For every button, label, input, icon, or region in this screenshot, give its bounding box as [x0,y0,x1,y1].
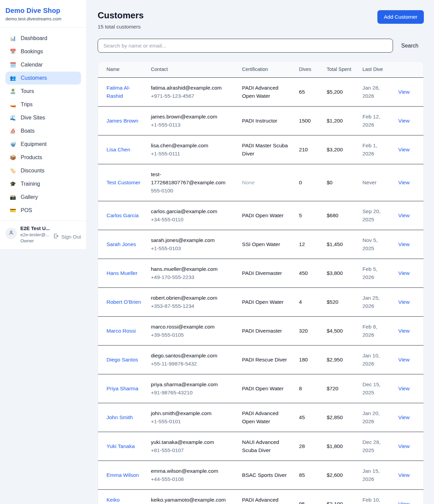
cell-action: View [394,288,423,317]
view-link[interactable]: View [398,386,410,391]
cell-total-spent: $1,800 [322,432,358,461]
customer-phone: +1-555-0101 [151,417,234,426]
customer-certification: PADI Open Water [242,385,291,393]
sidebar-item-label: Gallery [21,194,38,200]
customer-name-link[interactable]: Priya Sharma [106,386,138,391]
cell-certification: None [238,164,295,201]
view-link[interactable]: View [398,501,410,504]
customer-name-link[interactable]: James Brown [106,118,138,124]
cell-certification: PADI Divemaster [238,259,295,288]
view-link[interactable]: View [398,299,410,305]
cell-contact: james.brown@example.com+1-555-0113 [147,107,238,135]
view-link[interactable]: View [398,241,410,247]
view-link[interactable]: View [398,180,410,185]
cell-contact: marco.rossi@example.com+39-555-0105 [147,317,238,346]
customer-name-link[interactable]: Marco Rossi [106,328,136,334]
sidebar-item-calendar[interactable]: 🗓️Calendar [5,58,81,71]
cell-total-spent: $1,450 [322,230,358,259]
view-link[interactable]: View [398,89,410,95]
sidebar-item-training[interactable]: 🎓Training [5,178,81,190]
table-row: Yuki Tanakayuki.tanaka@example.com+81-55… [98,432,423,461]
view-link[interactable]: View [398,328,410,334]
cell-certification: PADI Instructor [238,107,295,135]
customer-count: 15 total customers [98,24,144,30]
cell-action: View [394,490,423,504]
cell-total-spent: $2,850 [322,403,358,432]
cell-name: Diego Santos [98,346,147,374]
cell-name: Fatima Al-Rashid [98,78,147,107]
customer-email: james.brown@example.com [151,113,234,121]
sidebar-item-dive-sites[interactable]: 🌊Dive Sites [5,111,81,124]
customer-certification: PADI Advanced Open Water [242,409,291,426]
table-header: NameContactCertificationDivesTotal Spent… [98,61,423,78]
customer-name-link[interactable]: Lisa Chen [106,147,130,152]
cell-action: View [394,403,423,432]
view-link[interactable]: View [398,212,410,218]
customer-name-link[interactable]: Hans Mueller [106,270,137,276]
sidebar-item-boats[interactable]: ⛵Boats [5,125,81,137]
customer-phone: +81-555-0107 [151,446,234,454]
customer-name-link[interactable]: Carlos Garcia [106,212,139,218]
customer-name-link[interactable]: Keiko Yamamoto [106,497,132,504]
customer-name-link[interactable]: Emma Wilson [106,472,139,478]
customer-name-link[interactable]: Fatima Al-Rashid [106,85,130,99]
sidebar-item-tours[interactable]: 🏝️Tours [5,85,81,98]
customer-name-link[interactable]: Yuki Tanaka [106,443,135,449]
customer-phone: +1-555-0103 [151,244,234,253]
column-header: Dives [295,61,323,78]
view-link[interactable]: View [398,118,410,124]
view-link[interactable]: View [398,414,410,420]
cell-certification: PADI Advanced Open Water [238,403,295,432]
cell-last-dive: Jan 10, 2026 [358,346,394,374]
view-link[interactable]: View [398,443,410,449]
sidebar-item-equipment[interactable]: 🤿Equipment [5,138,81,151]
sidebar-item-gallery[interactable]: 📸Gallery [5,191,81,204]
sidebar-item-trips[interactable]: 🚤Trips [5,98,81,111]
customer-phone: +44-555-0108 [151,475,234,483]
customer-name-link[interactable]: John Smith [106,414,133,420]
cell-last-dive: Feb 8, 2026 [358,317,394,346]
view-link[interactable]: View [398,270,410,276]
sign-out-button[interactable]: Sign Out [53,233,81,240]
cell-dives: 28 [295,432,323,461]
cell-dives: 180 [295,346,323,374]
customer-name-link[interactable]: Robert O'Brien [106,299,141,305]
search-button[interactable]: Search [396,40,424,52]
customer-phone: +1-555-0113 [151,121,234,129]
view-link[interactable]: View [398,147,410,152]
search-input[interactable] [98,39,393,53]
sidebar-item-pos[interactable]: 💳POS [5,204,81,217]
package-icon: 📦 [9,154,16,161]
customer-certification: PADI Open Water [242,211,291,220]
cell-dives: 85 [295,461,323,490]
add-customer-button[interactable]: Add Customer [377,10,424,24]
customer-phone: +971-55-123-4567 [151,92,234,100]
sidebar-item-customers[interactable]: 👥Customers [5,72,81,85]
customer-name-link[interactable]: Sarah Jones [106,241,136,247]
customer-name-link[interactable]: Diego Santos [106,357,138,362]
cell-certification: PADI Open Water [238,201,295,230]
page-header-text: Customers 15 total customers [98,10,144,30]
cell-name: Emma Wilson [98,461,147,490]
table-row: John Smithjohn.smith@example.com+1-555-0… [98,403,423,432]
column-header: Total Spent [322,61,358,78]
customer-email: priya.sharma@example.com [151,380,234,389]
cell-certification: NAUI Advanced Scuba Diver [238,432,295,461]
cell-last-dive: Feb 12, 2026 [358,107,394,135]
sidebar-item-discounts[interactable]: 🏷️Discounts [5,164,81,177]
cell-contact: hans.mueller@example.com+49-170-555-2233 [147,259,238,288]
cell-total-spent: $4,500 [322,317,358,346]
camera-icon: 📸 [9,194,16,200]
sidebar-item-dashboard[interactable]: 📊Dashboard [5,32,81,45]
view-link[interactable]: View [398,472,410,478]
sidebar-item-label: Customers [21,75,47,81]
sidebar-item-bookings[interactable]: 📅Bookings [5,45,81,58]
view-link[interactable]: View [398,357,410,362]
table-row: Hans Muellerhans.mueller@example.com+49-… [98,259,423,288]
customer-certification: None [242,179,291,187]
customer-phone: +353-87-555-1234 [151,302,234,310]
sidebar-item-products[interactable]: 📦Products [5,151,81,164]
customer-table: NameContactCertificationDivesTotal Spent… [98,61,423,504]
cell-total-spent: $2,100 [322,490,358,504]
customer-name-link[interactable]: Test Customer [106,180,140,185]
